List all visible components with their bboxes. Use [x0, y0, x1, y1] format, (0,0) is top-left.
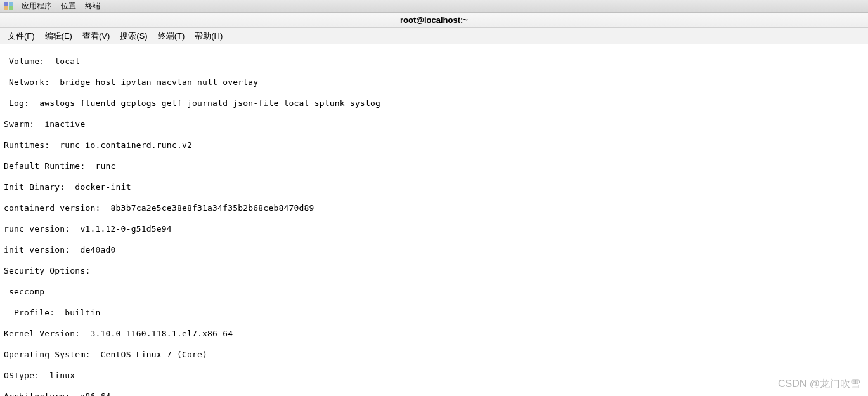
- term-line: OSType: linux: [4, 371, 864, 381]
- term-line: Init Binary: docker-init: [4, 182, 864, 193]
- term-line: seccomp: [4, 287, 864, 298]
- os-top-bar: 应用程序 位置 终端: [0, 0, 868, 13]
- menu-edit[interactable]: 编辑(E): [41, 29, 76, 43]
- term-line: Network: bridge host ipvlan macvlan null…: [4, 77, 864, 88]
- window-title-bar: root@localhost:~: [0, 13, 868, 28]
- term-line: Runtimes: runc io.containerd.runc.v2: [4, 140, 864, 151]
- term-line: Architecture: x86_64: [4, 392, 864, 397]
- terminal-output[interactable]: Volume: local Network: bridge host ipvla…: [0, 44, 868, 396]
- term-line: Swarm: inactive: [4, 119, 864, 130]
- term-line: Default Runtime: runc: [4, 161, 864, 172]
- term-line: Volume: local: [4, 56, 864, 67]
- menu-view[interactable]: 查看(V): [79, 29, 113, 43]
- menu-file[interactable]: 文件(F): [4, 29, 39, 43]
- menu-terminal-sub[interactable]: 终端(T): [154, 29, 189, 43]
- menu-search[interactable]: 搜索(S): [116, 29, 151, 43]
- menu-help[interactable]: 帮助(H): [191, 29, 226, 43]
- term-line: Kernel Version: 3.10.0-1160.118.1.el7.x8…: [4, 329, 864, 340]
- window-title: root@localhost:~: [400, 15, 468, 25]
- term-line: Log: awslogs fluentd gcplogs gelf journa…: [4, 98, 864, 109]
- menu-applications[interactable]: 应用程序: [22, 1, 52, 11]
- term-line: runc version: v1.1.12-0-g51d5e94: [4, 224, 864, 235]
- terminal-menu-bar: 文件(F) 编辑(E) 查看(V) 搜索(S) 终端(T) 帮助(H): [0, 28, 868, 44]
- menu-places[interactable]: 位置: [61, 1, 76, 11]
- term-line: containerd version: 8b3b7ca2e5ce38e8f31a…: [4, 203, 864, 214]
- menu-terminal[interactable]: 终端: [85, 1, 100, 11]
- term-line: Security Options:: [4, 266, 864, 277]
- apps-logo-icon: [4, 2, 13, 11]
- term-line: Operating System: CentOS Linux 7 (Core): [4, 350, 864, 360]
- term-line: init version: de40ad0: [4, 245, 864, 256]
- term-line: Profile: builtin: [4, 308, 864, 319]
